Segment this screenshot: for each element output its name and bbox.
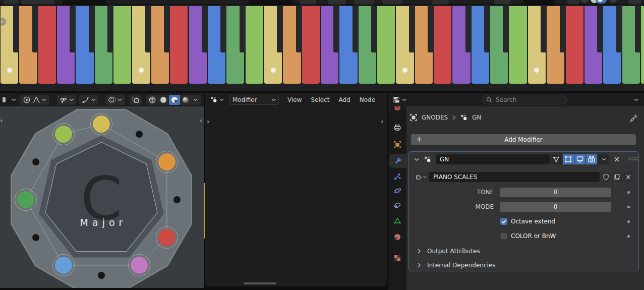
- topbar-button-9[interactable]: [628, 0, 641, 5]
- topbar-button-8[interactable]: [494, 0, 510, 5]
- topbar-button-2[interactable]: [21, 0, 54, 5]
- topbar-button-6[interactable]: [382, 0, 402, 5]
- piano-shading-material-icon[interactable]: [596, 0, 607, 4]
- node-tree-mode-select[interactable]: Modifier: [229, 95, 279, 105]
- properties-tab-world[interactable]: [388, 106, 406, 114]
- attribute-toggle-dot[interactable]: [627, 220, 630, 223]
- octave-extend-checkbox[interactable]: [500, 218, 507, 225]
- topbar-field-2[interactable]: [249, 0, 292, 5]
- add-modifier-button[interactable]: + Add Modifier: [411, 134, 636, 145]
- mode-value-field[interactable]: 0: [500, 202, 611, 212]
- wheel-note-G[interactable]: [55, 257, 72, 274]
- piano-key-B4[interactable]: [509, 6, 526, 84]
- color-or-bnw-checkbox[interactable]: [500, 233, 507, 240]
- pin-icon[interactable]: [629, 114, 637, 123]
- piano-key-E5[interactable]: [566, 6, 583, 84]
- node-editor-collapse-arrow-icon[interactable]: ‹: [381, 119, 383, 124]
- shading-material-button[interactable]: [169, 95, 180, 105]
- wheel-note-A[interactable]: [17, 191, 34, 208]
- subpanel-internal-dependencies[interactable]: Internal Dependencies: [409, 260, 638, 271]
- properties-tab-texture[interactable]: [388, 251, 406, 265]
- attribute-toggle-dot[interactable]: [627, 206, 630, 208]
- properties-tab-particles[interactable]: [388, 169, 406, 184]
- node-editor-hscrollbar[interactable]: [244, 282, 276, 284]
- piano-key-B1[interactable]: [113, 6, 131, 84]
- menu-view[interactable]: View: [283, 96, 306, 103]
- wheel-note-Fsharp[interactable]: [98, 272, 105, 279]
- topbar-button-1[interactable]: [3, 0, 18, 5]
- fake-user-button[interactable]: [601, 172, 611, 182]
- attribute-toggle-dot[interactable]: [627, 235, 630, 238]
- xray-toggle[interactable]: [130, 95, 142, 105]
- topbar-field-1[interactable]: [63, 0, 106, 5]
- new-copy-button[interactable]: [612, 172, 622, 182]
- gizmos-dropdown[interactable]: [79, 95, 98, 105]
- shading-solid-button[interactable]: [158, 95, 169, 105]
- subpanel-output-attributes[interactable]: Output Attributes: [409, 246, 638, 257]
- proportional-editing-group[interactable]: [20, 95, 49, 105]
- properties-tab-physics[interactable]: [388, 184, 406, 198]
- visibility-dropdown[interactable]: [57, 95, 76, 105]
- node-group-name-field[interactable]: PIANO SCALES: [429, 172, 600, 182]
- wheel-note-C[interactable]: [93, 115, 110, 133]
- tone-value-field[interactable]: 0: [500, 188, 611, 197]
- drag-handle-icon[interactable]: [628, 157, 638, 161]
- editor-type-button[interactable]: [1, 95, 17, 105]
- attribute-toggle-dot[interactable]: [627, 191, 630, 194]
- topbar-button-3[interactable]: [300, 0, 316, 5]
- overlays-dropdown[interactable]: [105, 95, 125, 105]
- toggle-edit-mode[interactable]: [563, 154, 574, 164]
- topbar-field-3[interactable]: [523, 0, 555, 5]
- breadcrumb-object-name[interactable]: GNODES: [422, 114, 448, 121]
- shading-wireframe-button[interactable]: [147, 95, 158, 105]
- toggle-on-cage[interactable]: [551, 154, 562, 164]
- menu-node[interactable]: Node: [355, 96, 380, 103]
- menu-add[interactable]: Add: [334, 96, 355, 103]
- topbar-button-4[interactable]: [328, 0, 346, 5]
- panel-expand-chevron-icon[interactable]: [414, 158, 420, 161]
- properties-tab-modifiers[interactable]: [389, 154, 406, 168]
- properties-tab-constraints[interactable]: [388, 198, 406, 212]
- topbar-button-5[interactable]: [354, 0, 374, 5]
- modifier-extras-button[interactable]: [598, 154, 609, 164]
- toggle-realtime[interactable]: [574, 154, 586, 164]
- node-editor-collapse-arrow-icon[interactable]: ›: [207, 119, 209, 124]
- properties-tab-object-data[interactable]: [388, 214, 406, 228]
- circle-of-fifths-wheel[interactable]: CMajor: [0, 106, 204, 288]
- wheel-note-Asharp[interactable]: [32, 158, 39, 165]
- node-editor-type-button[interactable]: [208, 95, 225, 105]
- node-editor-canvas[interactable]: [205, 106, 387, 286]
- piano-key-B5[interactable]: [641, 6, 644, 84]
- node-group-browse-button[interactable]: [414, 172, 428, 182]
- wheel-note-F[interactable]: [131, 257, 148, 274]
- wheel-note-E[interactable]: [158, 229, 175, 246]
- piano-key-E4[interactable]: [434, 6, 451, 84]
- piano-key-B2[interactable]: [246, 6, 263, 84]
- breadcrumb-node-tree-name[interactable]: GN: [472, 114, 481, 121]
- wheel-note-Gsharp[interactable]: [32, 234, 39, 241]
- piano-key-B3[interactable]: [377, 6, 395, 84]
- piano-shading-wireframe-icon[interactable]: [581, 0, 589, 3]
- piano-shading-rendered-icon[interactable]: [609, 0, 617, 3]
- viewport-collapse-arrow-icon[interactable]: ‹: [200, 118, 202, 123]
- properties-tab-object[interactable]: [388, 138, 406, 152]
- properties-header-more-button[interactable]: [631, 95, 641, 105]
- piano-key-E1[interactable]: [38, 6, 56, 84]
- piano-key-E3[interactable]: [302, 6, 320, 84]
- wheel-note-D[interactable]: [158, 153, 175, 170]
- piano-key-E2[interactable]: [170, 6, 188, 84]
- unlink-button[interactable]: [623, 172, 633, 182]
- viewport-collapse-arrow-icon[interactable]: ›: [0, 118, 3, 123]
- wheel-note-Csharp[interactable]: [136, 131, 143, 138]
- toggle-render[interactable]: [586, 154, 597, 164]
- search-input[interactable]: Search: [482, 95, 567, 104]
- menu-select[interactable]: Select: [306, 96, 334, 103]
- modifier-name-field[interactable]: GN: [436, 154, 550, 164]
- wheel-note-Dsharp[interactable]: [173, 196, 181, 203]
- wheel-note-B[interactable]: [55, 126, 72, 143]
- properties-tab-output[interactable]: [388, 121, 406, 135]
- properties-tab-material[interactable]: [388, 230, 406, 244]
- properties-editor-type-button[interactable]: [391, 95, 408, 105]
- topbar-button-7[interactable]: [432, 0, 449, 5]
- piano-xray-toggle[interactable]: [567, 0, 579, 5]
